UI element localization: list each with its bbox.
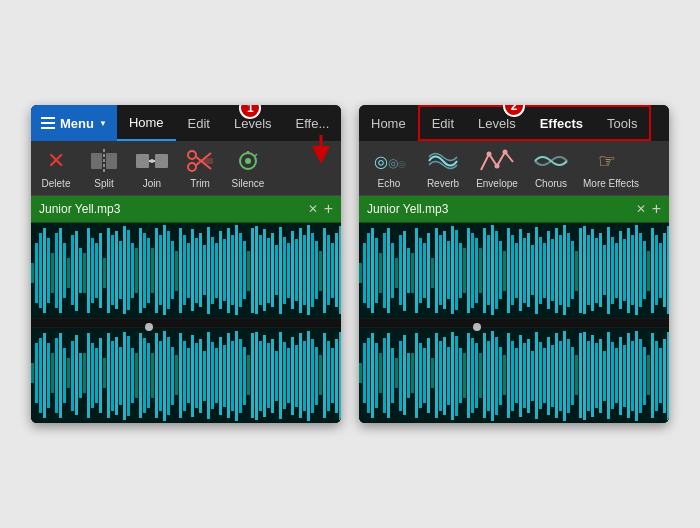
svg-rect-81 bbox=[275, 245, 278, 295]
svg-rect-162 bbox=[287, 348, 290, 403]
more-effects-label: More Effects bbox=[583, 178, 639, 189]
svg-rect-119 bbox=[115, 337, 118, 415]
envelope-button[interactable]: Envelope bbox=[471, 147, 523, 189]
svg-rect-115 bbox=[99, 338, 102, 413]
silence-button[interactable]: Silence bbox=[227, 147, 269, 189]
svg-rect-224 bbox=[503, 251, 506, 291]
svg-rect-274 bbox=[391, 348, 394, 403]
svg-rect-45 bbox=[131, 243, 134, 298]
svg-rect-270 bbox=[375, 343, 378, 408]
track-close-1[interactable]: ✕ bbox=[308, 202, 318, 216]
svg-rect-165 bbox=[299, 333, 302, 418]
svg-rect-268 bbox=[367, 338, 370, 413]
reverb-button[interactable]: Reverb bbox=[417, 147, 469, 189]
svg-rect-88 bbox=[303, 235, 306, 305]
svg-rect-109 bbox=[75, 335, 78, 415]
join-button[interactable]: Join bbox=[131, 147, 173, 189]
panel2-toolbar: 2 Home Edit Levels Effects Tools bbox=[359, 105, 669, 141]
svg-rect-336 bbox=[639, 339, 642, 413]
svg-rect-59 bbox=[187, 243, 190, 298]
svg-rect-166 bbox=[303, 341, 306, 411]
svg-rect-56 bbox=[175, 251, 178, 291]
tab-p2-effects[interactable]: Effects bbox=[528, 107, 595, 139]
svg-rect-1 bbox=[106, 153, 117, 169]
svg-rect-258 bbox=[639, 233, 642, 307]
svg-rect-48 bbox=[143, 233, 146, 308]
reverb-icon bbox=[423, 147, 463, 175]
svg-rect-159 bbox=[275, 351, 278, 401]
svg-rect-318 bbox=[567, 339, 570, 413]
svg-rect-47 bbox=[139, 228, 142, 313]
track-close-2[interactable]: ✕ bbox=[636, 202, 646, 216]
svg-rect-3 bbox=[136, 154, 149, 168]
svg-line-15 bbox=[255, 154, 257, 156]
svg-rect-264 bbox=[663, 233, 666, 307]
svg-rect-263 bbox=[659, 243, 662, 298]
svg-rect-249 bbox=[603, 245, 606, 295]
svg-rect-272 bbox=[383, 338, 386, 413]
svg-rect-33 bbox=[83, 253, 86, 293]
svg-rect-154 bbox=[255, 332, 258, 420]
panel-1: Menu ▼ Home Edit Levels Effe... bbox=[31, 105, 341, 423]
svg-rect-34 bbox=[87, 228, 90, 313]
svg-rect-332 bbox=[623, 345, 626, 407]
svg-rect-28 bbox=[63, 243, 66, 298]
menu-button[interactable]: Menu ▼ bbox=[31, 105, 117, 141]
svg-rect-148 bbox=[231, 341, 234, 411]
svg-rect-276 bbox=[399, 341, 402, 411]
svg-rect-38 bbox=[103, 258, 106, 288]
tab-home[interactable]: Home bbox=[117, 105, 176, 141]
svg-rect-191 bbox=[371, 228, 374, 313]
svg-rect-304 bbox=[511, 341, 514, 411]
svg-rect-291 bbox=[459, 348, 462, 403]
svg-rect-306 bbox=[519, 335, 522, 417]
svg-rect-90 bbox=[311, 233, 314, 307]
svg-rect-174 bbox=[335, 339, 338, 413]
split-label: Split bbox=[94, 178, 113, 189]
track-add-2[interactable]: + bbox=[652, 200, 661, 218]
svg-rect-62 bbox=[199, 233, 202, 307]
svg-rect-141 bbox=[203, 351, 206, 401]
svg-rect-0 bbox=[91, 153, 102, 169]
svg-rect-132 bbox=[167, 337, 170, 415]
chorus-icon bbox=[531, 147, 571, 175]
svg-rect-239 bbox=[563, 225, 566, 315]
svg-rect-297 bbox=[483, 333, 486, 418]
svg-rect-290 bbox=[455, 336, 458, 416]
svg-rect-71 bbox=[235, 225, 238, 315]
svg-rect-328 bbox=[607, 332, 610, 419]
svg-rect-170 bbox=[319, 355, 322, 395]
delete-button[interactable]: ✕ Delete bbox=[35, 147, 77, 189]
svg-rect-68 bbox=[223, 239, 226, 301]
echo-button[interactable]: ◎ ◎ ◎ Echo bbox=[363, 147, 415, 189]
join-label: Join bbox=[143, 178, 161, 189]
svg-rect-206 bbox=[431, 258, 434, 288]
svg-rect-215 bbox=[467, 228, 470, 313]
svg-rect-91 bbox=[315, 241, 318, 299]
svg-rect-333 bbox=[627, 333, 630, 418]
svg-rect-334 bbox=[631, 341, 634, 411]
svg-rect-87 bbox=[299, 228, 302, 313]
svg-rect-35 bbox=[91, 238, 94, 303]
svg-rect-209 bbox=[443, 231, 446, 309]
more-effects-button[interactable]: ☞ More Effects bbox=[579, 147, 643, 189]
trim-button[interactable]: Trim bbox=[179, 147, 221, 189]
split-button[interactable]: Split bbox=[83, 147, 125, 189]
track-add-1[interactable]: + bbox=[324, 200, 333, 218]
svg-rect-144 bbox=[215, 348, 218, 403]
tab-edit[interactable]: Edit bbox=[176, 105, 222, 141]
chorus-button[interactable]: Chorus bbox=[525, 147, 577, 189]
svg-rect-335 bbox=[635, 331, 638, 421]
svg-rect-341 bbox=[659, 348, 662, 403]
svg-rect-340 bbox=[655, 341, 658, 411]
svg-rect-207 bbox=[435, 228, 438, 313]
tab-p2-edit[interactable]: Edit bbox=[420, 107, 466, 139]
svg-rect-138 bbox=[191, 335, 194, 417]
tab-p2-tools[interactable]: Tools bbox=[595, 107, 649, 139]
tab-p2-home[interactable]: Home bbox=[359, 105, 418, 141]
svg-rect-70 bbox=[231, 235, 234, 305]
reverb-label: Reverb bbox=[427, 178, 459, 189]
svg-rect-113 bbox=[91, 343, 94, 408]
svg-rect-52 bbox=[159, 235, 162, 305]
svg-rect-244 bbox=[583, 226, 586, 314]
